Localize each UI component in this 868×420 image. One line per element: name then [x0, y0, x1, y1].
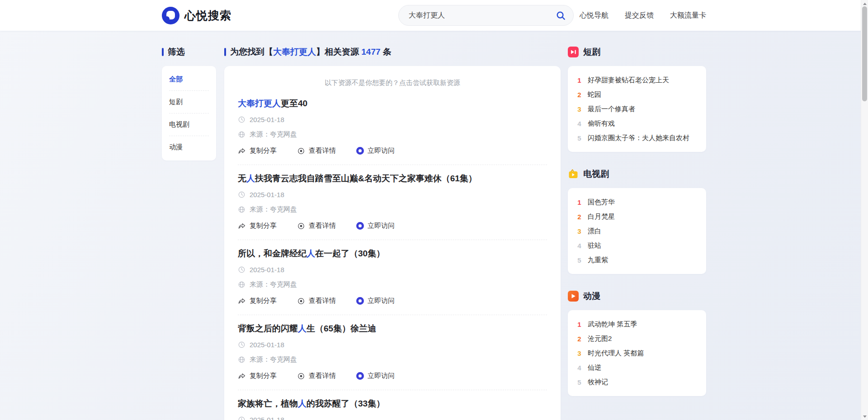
rank-label: 时光代理人 英都篇: [588, 349, 644, 358]
rank-label: 最后一个修真者: [588, 105, 635, 113]
view-detail-button[interactable]: 查看详情: [297, 297, 336, 305]
result-title-link[interactable]: 无人扶我青云志我自踏雪至山巅&名动天下之家事难休（61集）: [238, 173, 547, 184]
rank-item[interactable]: 2沧元图2: [577, 331, 697, 346]
rank-label: 偷听有戏: [588, 119, 615, 128]
copy-share-label: 复制分享: [250, 222, 277, 230]
rank-label: 驻站: [588, 241, 601, 250]
view-detail-icon: [297, 372, 305, 380]
filter-item[interactable]: 短剧: [169, 91, 209, 113]
rank-card: 1武动乾坤 第五季2沧元图23时光代理人 英都篇4仙逆5牧神记: [568, 310, 706, 396]
rank-section: 动漫 1武动乾坤 第五季2沧元图23时光代理人 英都篇4仙逆5牧神记: [568, 291, 706, 396]
rank-item[interactable]: 3最后一个修真者: [577, 102, 697, 116]
result-source-row: 来源：夸克网盘: [238, 280, 547, 289]
tv-icon: [568, 169, 579, 179]
rank-item[interactable]: 4偷听有戏: [577, 116, 697, 131]
rank-item[interactable]: 5九重紫: [577, 253, 697, 267]
scrollbar: [861, 0, 868, 420]
result-title-link[interactable]: 大奉打更人更至40: [238, 98, 547, 109]
clock-icon: [238, 116, 245, 123]
copy-share-button[interactable]: 复制分享: [238, 297, 277, 305]
nav-link[interactable]: 提交反馈: [625, 11, 654, 20]
rank-item[interactable]: 1国色芳华: [577, 195, 697, 209]
text-part: 条: [381, 47, 392, 57]
clock-icon: [238, 191, 245, 198]
view-detail-button[interactable]: 查看详情: [297, 146, 336, 155]
rank-section-head: 动漫: [568, 291, 706, 302]
rank-item[interactable]: 1好孕甜妻被钻石老公宠上天: [577, 73, 697, 87]
results-heading: 为您找到【大奉打更人】相关资源 1477 条: [224, 47, 561, 57]
result-date-row: 2025-01-18: [238, 416, 547, 420]
text-part: 】相关资源: [316, 47, 361, 57]
rank-item[interactable]: 1武动乾坤 第五季: [577, 317, 697, 331]
visit-button[interactable]: 立即访问: [356, 146, 395, 155]
rank-number: 3: [577, 349, 582, 357]
result-source: 来源：夸克网盘: [250, 280, 297, 289]
result-title-link[interactable]: 家族将亡，植物人的我苏醒了（33集）: [238, 398, 547, 409]
text-part: 在一起了（30集）: [315, 249, 385, 258]
copy-share-button[interactable]: 复制分享: [238, 372, 277, 380]
filter-title: 筛选: [168, 46, 185, 58]
filter-item[interactable]: 电视剧: [169, 113, 209, 136]
rank-item[interactable]: 2白月梵星: [577, 209, 697, 224]
rank-number: 5: [577, 378, 582, 386]
search-button[interactable]: [556, 10, 566, 21]
visit-button[interactable]: 立即访问: [356, 222, 395, 230]
result-date: 2025-01-18: [250, 266, 284, 274]
view-detail-button[interactable]: 查看详情: [297, 222, 336, 230]
visit-label: 立即访问: [368, 372, 395, 380]
shortplay-icon: [568, 47, 579, 57]
result-source-row: 来源：夸克网盘: [238, 355, 547, 364]
result-title-link[interactable]: 背叛之后的闪耀人生（65集）徐兰迪: [238, 323, 547, 334]
rank-number: 4: [577, 364, 582, 372]
globe-icon: [238, 131, 245, 138]
scrollbar-down-arrow[interactable]: [861, 413, 868, 420]
text-part: 更至40: [281, 99, 307, 108]
scrollbar-thumb[interactable]: [862, 6, 867, 101]
rank-item[interactable]: 4仙逆: [577, 360, 697, 375]
result-title-link[interactable]: 所以，和金牌经纪人在一起了（30集）: [238, 248, 547, 259]
rank-section-head: 电视剧: [568, 169, 706, 179]
result-source: 来源：夸克网盘: [250, 130, 297, 139]
rank-section-title: 电视剧: [583, 168, 609, 180]
filter-item[interactable]: 动漫: [169, 136, 209, 158]
result-date-row: 2025-01-18: [238, 191, 547, 198]
rank-item[interactable]: 4驻站: [577, 238, 697, 253]
result-date-row: 2025-01-18: [238, 116, 547, 123]
result-actions: 复制分享 查看详情 立即访问: [238, 372, 547, 380]
nav-link[interactable]: 心悦导航: [580, 11, 609, 20]
result-date: 2025-01-18: [250, 116, 284, 123]
rank-label: 国色芳华: [588, 198, 615, 207]
clock-icon: [238, 266, 245, 274]
refresh-notice-link[interactable]: 以下资源不是你想要的？点击尝试获取新资源: [238, 70, 547, 90]
rank-number: 5: [577, 134, 582, 142]
copy-share-button[interactable]: 复制分享: [238, 222, 277, 230]
rank-label: 牧神记: [588, 378, 608, 387]
rank-label: 九重紫: [588, 256, 608, 264]
clock-icon: [238, 341, 245, 349]
search-input[interactable]: [409, 11, 556, 19]
page-body: 筛选 全部短剧电视剧动漫 为您找到【大奉打更人】相关资源 1477 条 以下资源…: [162, 31, 706, 420]
result-date: 2025-01-18: [250, 341, 284, 349]
text-part: 所以，和金牌经纪: [238, 249, 307, 258]
copy-share-button[interactable]: 复制分享: [238, 146, 277, 155]
rank-item[interactable]: 5牧神记: [577, 375, 697, 389]
result-item: 无人扶我青云志我自踏雪至山巅&名动天下之家事难休（61集） 2025-01-18…: [238, 165, 547, 240]
rank-section: 短剧 1好孕甜妻被钻石老公宠上天2蛇园3最后一个修真者4偷听有戏5闪婚京圈太子爷…: [568, 47, 706, 152]
rank-section-title: 动漫: [583, 290, 600, 302]
rank-label: 闪婚京圈太子爷：夫人她来自农村: [588, 134, 689, 142]
anime-icon: [568, 291, 579, 302]
view-detail-button[interactable]: 查看详情: [297, 372, 336, 380]
rank-item[interactable]: 2蛇园: [577, 87, 697, 102]
rank-item[interactable]: 5闪婚京圈太子爷：夫人她来自农村: [577, 131, 697, 145]
filter-item[interactable]: 全部: [169, 68, 209, 91]
rank-item[interactable]: 3漂白: [577, 224, 697, 238]
result-item: 背叛之后的闪耀人生（65集）徐兰迪 2025-01-18 来源：夸克网盘 复制分…: [238, 315, 547, 390]
brand-logo[interactable]: 心悦搜索: [162, 0, 231, 31]
rank-section-title: 短剧: [583, 46, 600, 58]
visit-button[interactable]: 立即访问: [356, 372, 395, 380]
nav-link[interactable]: 大额流量卡: [670, 11, 706, 20]
rank-item[interactable]: 3时光代理人 英都篇: [577, 346, 697, 360]
visit-button[interactable]: 立即访问: [356, 297, 395, 305]
result-item: 大奉打更人更至40 2025-01-18 来源：夸克网盘 复制分享: [238, 90, 547, 165]
clock-icon: [238, 416, 245, 420]
